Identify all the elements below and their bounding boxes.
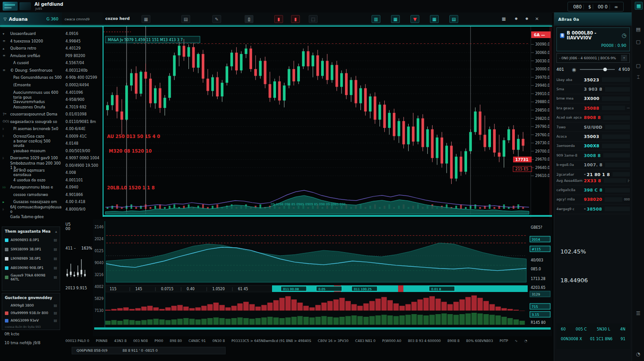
symbol-row[interactable]: ≡© Doung: Seenfnoruos [0,67,62,74]
symbol-row[interactable]: OO)oagasadacra ssougrab so [0,118,62,125]
sell-order-icon[interactable]: ▮ [274,15,283,23]
layer-options-icon[interactable]: ▤ [54,275,57,279]
order-panel-header[interactable]: A8ras 0a [554,12,632,26]
titlebar-control-2[interactable]: 00 0 [596,4,610,9]
layers-panel[interactable]: Them agsastanta Mea▴ A0909893 8.0P1▤S993… [2,227,60,291]
menu-icon[interactable]: ☰ [635,310,642,317]
symbol-row[interactable]: ≡4 tuexzosa 10200 [0,38,62,45]
status-item[interactable]: 00013 P4L0 0 [65,339,89,343]
depth-of-market-icon[interactable]: ▥ [372,15,380,23]
session-summary-box[interactable]: 60005 C5N30 L4N 00N3008 X01 1C1 8N691 [556,323,630,349]
titlebar-controls[interactable]: 080$00 0∞ [567,2,624,12]
layer-item[interactable]: L9098989 38.0P1▤ [5,254,57,263]
market-watch-header[interactable]: ▽ Aduana G 360 [0,12,62,26]
symbol-row[interactable]: ≡Amulase srefl&o [0,52,62,60]
slider-knob[interactable] [603,68,607,71]
volume-slider-row[interactable]: 401 ◉ 4 910 [556,65,630,74]
quotes-column[interactable]: 4.09164.998454.40129P09 802004.5567/044.… [62,27,103,217]
status-item[interactable]: 8908 8 [448,339,460,343]
layer-options-icon[interactable]: ▤ [54,257,57,261]
symbol-row[interactable]: toria gous Davvuremrhadus [0,96,62,104]
status-item[interactable]: C4N8C 91 [188,339,206,343]
layer-item[interactable]: Gauss9 70kA 69098 66TL▤ [5,273,57,282]
statusbar-items[interactable]: 00013 P4L0 0P0NN843N3 8003 N08P900898 80… [65,339,527,343]
status-item[interactable]: C483 N81 0 [355,339,376,343]
titlebar-control-0[interactable]: 080 [571,4,584,9]
symbol-row[interactable]: A cusoid [0,59,62,67]
volume-slider[interactable] [580,69,615,70]
overlay-item[interactable]: A06G3099 93eV▤ [5,317,57,324]
layer-item[interactable]: A0909893 8.0P1▤ [5,235,57,245]
overlay-options-icon[interactable]: ▤ [54,303,57,307]
symbol-row[interactable]: ▾Uosaonfauard [0,30,62,38]
history-clock-icon[interactable]: ◔ [635,350,642,357]
prev-value-icon[interactable]: ◂ [584,173,586,176]
status-item[interactable]: P900 [154,339,163,343]
overlay-item[interactable]: A909g8 3800▤ [5,302,57,309]
titlebar-control-1[interactable]: $ [586,4,593,9]
symbol-row[interactable]: (Emsonte [0,81,62,89]
symbol-row[interactable]: ⊦6AJ comsuacdsagunsjdeuua o [0,206,62,213]
layer-options-icon[interactable]: ▤ [54,247,57,251]
draw-tool-icon[interactable]: ✎ [212,15,221,23]
alert-icon[interactable]: ▼ [410,15,419,23]
indicator-panel[interactable]: 21462024012590403216400258297130115|145|… [93,219,552,336]
minimize-icon[interactable]: ● [512,15,520,22]
symbol-row[interactable]: Aosuzones Onufa [0,103,62,111]
layout-grid-icon[interactable]: ▦ [500,15,508,22]
symbol-row[interactable]: ⊦Pl asemas brcnoneb 5x0 [0,125,62,133]
collapse-icon[interactable]: ▴ [55,229,57,234]
symbol-row[interactable]: a bonar coz4coj 500 seuda [0,140,62,147]
layer-options-icon[interactable]: ▤ [54,266,57,270]
status-item[interactable]: 003 N08 [133,339,148,343]
symbol-row[interactable]: Pas Gonusnddunas os 500 [0,74,62,81]
status-item[interactable]: P0NN8 [96,339,107,343]
layer-options-icon[interactable]: ▤ [54,238,57,242]
symbol-row[interactable]: ad'9n0 oqsmsars eansdaua [0,169,62,177]
stepper-icon[interactable]: ▾ [621,55,627,61]
overlays-panel[interactable]: Guctadece gnvmnddey A909g8 3800▤09a99999… [2,293,60,330]
status-item[interactable]: P03333C5 > 645N8wm8cd (91 8N8 > 49840S [231,339,311,343]
panel-right-icon[interactable]: ▤ [635,26,642,33]
panels-icon[interactable]: ▤ [181,15,190,23]
candlestick-chart[interactable]: 30090.030060.030030.030000.029970.029940… [103,27,552,218]
window-icon[interactable]: ▢ [635,38,642,45]
status-item[interactable]: P(W000 A0 [382,339,401,343]
overlay-item[interactable]: 09a99999 938.0r 800▤ [5,309,57,317]
status-item[interactable]: 0N30 8 [212,339,225,343]
stats-panel-icon[interactable]: ▤ [449,15,458,23]
status-item[interactable]: 43N3 8 [114,339,126,343]
symbol-row[interactable]: yasubao mssoum [0,147,62,155]
layer-item[interactable]: A8039090 908.0P1▤ [5,263,57,273]
window2-icon[interactable]: ▢ [635,62,642,69]
timer-icon[interactable]: ◷ [622,32,626,38]
document-icon[interactable]: ▯ [245,15,253,23]
status-item[interactable]: C80V 16 > 3PV30 [318,339,349,343]
close-icon[interactable]: ✕ [533,15,541,22]
status-item[interactable]: P0TP [500,339,508,343]
order-summary-box[interactable]: B B 0000L80 - IIAVVVI0V ◷ P000II : 0.90 [556,27,630,51]
status-item[interactable]: 80% 608VN803 [466,339,493,343]
text-cursor-icon[interactable]: ⌶ [635,73,642,81]
symbol-row[interactable]: 7*cousorrasqsounnut Doma [0,111,62,118]
layout-tiles-icon[interactable]: ▦ [142,15,150,23]
layer-item[interactable]: S9938099 38.0P1▤ [5,245,57,254]
symbol-row[interactable]: cossoo ramsdsnwo [0,191,62,199]
symbol-row[interactable]: ▴Quiborra retro [0,45,62,52]
layout-box-icon[interactable]: ⬚ [309,15,318,23]
symbol-row[interactable]: Gada Tubme-gdee [0,213,62,220]
dial-icon[interactable]: ◉ [572,67,576,73]
symbol-row[interactable]: 4 usodua da oszo [0,177,62,184]
clock-icon[interactable]: ◔ [524,339,527,343]
equity-curve-icon[interactable]: ∿ [515,339,518,343]
status-item[interactable]: 898 80 [170,339,182,343]
titlebar-control-3[interactable]: ∞ [613,4,620,9]
apps-grid-icon[interactable]: ▦ [635,2,643,10]
order-comment-input[interactable]: - 0N0 J086 - 4 600001 | 80C6-9% ▾ [556,53,630,63]
data-table-icon[interactable]: ▦ [430,15,439,23]
maximize-icon[interactable]: ● [523,15,531,22]
overlay-options-icon[interactable]: ▤ [54,311,57,315]
grid-view-icon[interactable]: ▦ [391,15,400,23]
overlay-options-icon[interactable]: ▤ [54,319,57,323]
status-item[interactable]: 803 8 93 4 600000 [408,339,441,343]
